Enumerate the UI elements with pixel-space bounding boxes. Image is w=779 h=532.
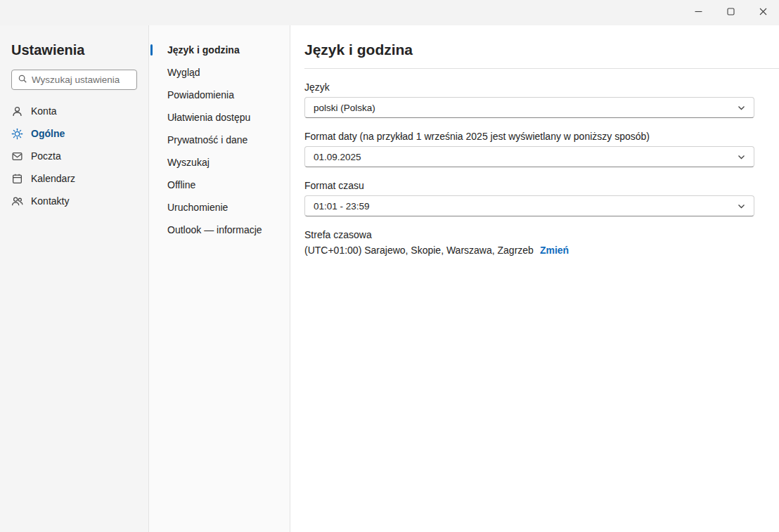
sidebar-item-konta[interactable]: Konta	[0, 100, 148, 122]
chevron-down-icon	[737, 202, 746, 211]
titlebar	[0, 0, 779, 25]
close-button[interactable]	[747, 0, 779, 25]
time-format-select-value: 01:01 - 23:59	[314, 201, 370, 212]
search-box[interactable]	[11, 70, 137, 90]
selected-indicator	[150, 44, 153, 56]
title-divider	[304, 68, 779, 69]
timezone-value: (UTC+01:00) Sarajewo, Skopie, Warszawa, …	[304, 245, 534, 256]
nav-item-prywatnosc-i-dane[interactable]: Prywatność i dane	[149, 129, 290, 151]
language-label: Język	[304, 82, 779, 93]
settings-sidebar: Ustawienia Konta	[0, 25, 149, 532]
nav-item-label: Outlook — informacje	[167, 224, 262, 235]
nav-item-label: Ułatwienia dostępu	[167, 112, 250, 123]
sidebar-item-kontakty[interactable]: Kontakty	[0, 190, 148, 212]
language-select-value: polski (Polska)	[314, 103, 375, 113]
nav-item-powiadomienia[interactable]: Powiadomienia	[149, 84, 290, 106]
nav-item-offline[interactable]: Offline	[149, 174, 290, 196]
nav-item-label: Język i godzina	[167, 44, 240, 56]
person-icon	[11, 105, 23, 117]
nav-item-label: Prywatność i dane	[167, 134, 247, 145]
search-icon	[18, 74, 27, 86]
date-format-select-value: 01.09.2025	[314, 152, 361, 162]
nav-item-label: Uruchomienie	[167, 202, 228, 213]
nav-item-label: Wyszukaj	[167, 157, 210, 168]
language-select[interactable]: polski (Polska)	[304, 97, 754, 118]
nav-item-ulatwienia-dostepu[interactable]: Ułatwienia dostępu	[149, 106, 290, 129]
sidebar-item-label: Poczta	[31, 150, 61, 162]
people-icon	[11, 195, 23, 207]
nav-item-uruchomienie[interactable]: Uruchomienie	[149, 196, 290, 219]
minimize-button[interactable]	[682, 0, 714, 25]
page-title: Język i godzina	[304, 40, 779, 60]
sidebar-item-label: Ogólne	[31, 128, 65, 139]
sidebar-item-label: Konta	[31, 105, 57, 117]
sidebar-item-poczta[interactable]: Poczta	[0, 145, 148, 167]
chevron-down-icon	[737, 153, 746, 162]
minimize-icon	[694, 7, 703, 18]
sidebar-item-label: Kontakty	[31, 195, 69, 207]
timezone-label: Strefa czasowa	[304, 229, 779, 240]
nav-item-jezyk-i-godzina[interactable]: Język i godzina	[149, 39, 290, 61]
chevron-down-icon	[737, 103, 746, 112]
time-format-select[interactable]: 01:01 - 23:59	[304, 195, 754, 216]
sidebar-item-kalendarz[interactable]: Kalendarz	[0, 167, 148, 190]
settings-content: Język i godzina Język polski (Polska) Fo…	[290, 25, 779, 532]
time-format-label: Format czasu	[304, 180, 779, 191]
timezone-change-link[interactable]: Zmień	[540, 245, 569, 256]
calendar-icon	[11, 173, 23, 185]
nav-item-wyglad[interactable]: Wygląd	[149, 61, 290, 84]
maximize-button[interactable]	[714, 0, 747, 25]
sidebar-item-label: Kalendarz	[31, 173, 75, 184]
nav-item-outlook-informacje[interactable]: Outlook — informacje	[149, 219, 290, 241]
nav-item-wyszukaj[interactable]: Wyszukaj	[149, 151, 290, 174]
settings-section-nav: Język i godzina Wygląd Powiadomienia Uła…	[149, 25, 290, 532]
date-format-select[interactable]: 01.09.2025	[304, 146, 754, 167]
settings-title: Ustawienia	[11, 41, 137, 59]
maximize-icon	[726, 7, 735, 18]
close-icon	[759, 7, 768, 18]
nav-item-label: Offline	[167, 179, 195, 190]
date-format-label: Format daty (na przykład 1 września 2025…	[304, 131, 779, 142]
nav-item-label: Powiadomienia	[167, 89, 234, 100]
mail-icon	[11, 150, 23, 162]
gear-icon	[11, 128, 23, 140]
sidebar-item-ogolne[interactable]: Ogólne	[0, 122, 148, 145]
search-input[interactable]	[32, 74, 131, 85]
nav-item-label: Wygląd	[167, 67, 200, 78]
